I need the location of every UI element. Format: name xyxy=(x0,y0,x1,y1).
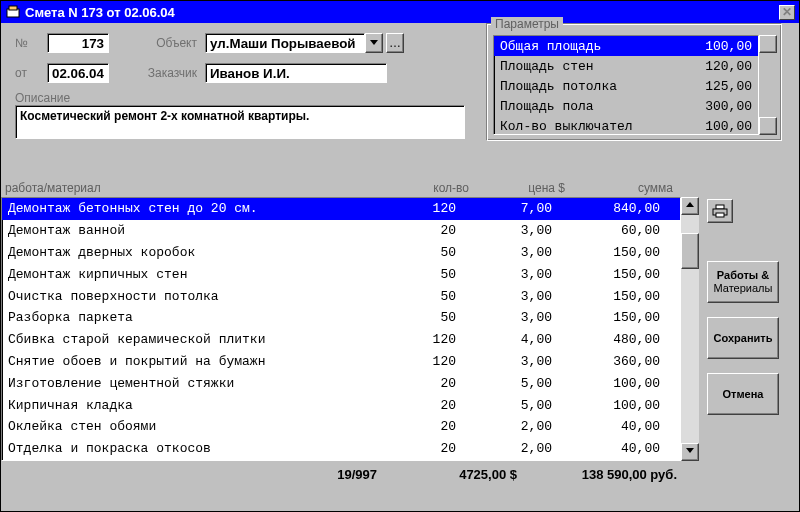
cell-qty: 120 xyxy=(376,332,456,347)
grid-scroll-up[interactable] xyxy=(681,197,699,215)
cell-work: Изготовление цементной стяжки xyxy=(8,376,376,391)
total-sum: 138 590,00 руб. xyxy=(517,467,677,482)
chevron-up-icon xyxy=(686,202,694,208)
cell-qty: 120 xyxy=(376,354,456,369)
cell-sum: 360,00 xyxy=(552,354,660,369)
cell-work: Разборка паркета xyxy=(8,310,376,325)
chevron-down-icon xyxy=(370,40,378,46)
works-grid[interactable]: Демонтаж бетонных стен до 20 см.1207,008… xyxy=(1,197,681,461)
col-sum: сумма xyxy=(565,181,673,195)
parameter-value: 125,00 xyxy=(682,79,752,94)
svg-rect-5 xyxy=(716,205,724,209)
table-row[interactable]: Демонтаж дверных коробок503,00150,00 xyxy=(2,242,680,264)
close-button[interactable]: ✕ xyxy=(779,5,795,20)
table-row[interactable]: Демонтаж кирпичных стен503,00150,00 xyxy=(2,263,680,285)
save-button[interactable]: Сохранить xyxy=(707,317,779,359)
cell-price: 3,00 xyxy=(456,289,552,304)
total-count: 19/997 xyxy=(1,467,377,482)
object-combo[interactable] xyxy=(205,33,365,53)
parameters-list[interactable]: Общая площадь100,00Площадь стен120,00Пло… xyxy=(493,35,759,135)
cell-price: 3,00 xyxy=(456,310,552,325)
parameter-row[interactable]: Площадь стен120,00 xyxy=(494,56,758,76)
description-text: Косметический ремонт 2-х комнатной кварт… xyxy=(20,109,309,123)
cell-work: Демонтаж дверных коробок xyxy=(8,245,376,260)
table-row[interactable]: Сбивка старой керамической плитки1204,00… xyxy=(2,329,680,351)
cell-sum: 60,00 xyxy=(552,223,660,238)
object-label: Объект xyxy=(117,36,197,50)
scroll-up-button[interactable] xyxy=(759,35,777,53)
parameter-value: 100,00 xyxy=(682,119,752,134)
svg-rect-7 xyxy=(716,213,724,217)
parameters-scrollbar[interactable] xyxy=(759,35,777,135)
date-input[interactable] xyxy=(47,63,109,83)
print-button[interactable] xyxy=(707,199,733,223)
grid-scroll-down[interactable] xyxy=(681,443,699,461)
cell-work: Демонтаж бетонных стен до 20 см. xyxy=(8,201,376,216)
description-input[interactable]: Косметический ремонт 2-х комнатной кварт… xyxy=(15,105,465,139)
grid-scrollbar[interactable] xyxy=(681,197,699,461)
cell-sum: 40,00 xyxy=(552,419,660,434)
totals-row: 19/997 4725,00 $ 138 590,00 руб. xyxy=(1,467,701,482)
cell-qty: 20 xyxy=(376,441,456,456)
table-row[interactable]: Демонтаж бетонных стен до 20 см.1207,008… xyxy=(2,198,680,220)
parameter-row[interactable]: Площадь пола300,00 xyxy=(494,96,758,116)
parameter-row[interactable]: Площадь потолка125,00 xyxy=(494,76,758,96)
svg-marker-4 xyxy=(686,448,694,453)
cell-price: 5,00 xyxy=(456,398,552,413)
cell-price: 3,00 xyxy=(456,354,552,369)
window-title: Смета N 173 от 02.06.04 xyxy=(25,5,779,20)
svg-rect-1 xyxy=(9,6,17,10)
col-qty: кол-во xyxy=(377,181,469,195)
cell-price: 3,00 xyxy=(456,245,552,260)
cell-qty: 20 xyxy=(376,398,456,413)
table-row[interactable]: Отделка и покраска откосов202,0040,00 xyxy=(2,438,680,460)
table-row[interactable]: Демонтаж ванной203,0060,00 xyxy=(2,220,680,242)
cell-work: Сбивка старой керамической плитки xyxy=(8,332,376,347)
chevron-down-icon xyxy=(686,448,694,454)
works-materials-button[interactable]: Работы & Материалы xyxy=(707,261,779,303)
table-row[interactable]: Кирпичная кладка205,00100,00 xyxy=(2,394,680,416)
col-price: цена $ xyxy=(469,181,565,195)
cell-qty: 50 xyxy=(376,245,456,260)
table-row[interactable]: Снятие обоев и покрытий на бумажн1203,00… xyxy=(2,351,680,373)
object-dropdown-button[interactable] xyxy=(365,33,383,53)
table-row[interactable]: Разборка паркета503,00150,00 xyxy=(2,307,680,329)
table-row[interactable]: Оклейка стен обоями202,0040,00 xyxy=(2,416,680,438)
cancel-button[interactable]: Отмена xyxy=(707,373,779,415)
printer-icon xyxy=(712,204,728,218)
cell-qty: 50 xyxy=(376,289,456,304)
grid-header: работа/материал кол-во цена $ сумма xyxy=(1,181,681,195)
parameter-name: Площадь стен xyxy=(500,59,682,74)
number-input[interactable] xyxy=(47,33,109,53)
cell-work: Снятие обоев и покрытий на бумажн xyxy=(8,354,376,369)
scroll-down-button[interactable] xyxy=(759,117,777,135)
grid-scroll-thumb[interactable] xyxy=(681,233,699,269)
cell-qty: 50 xyxy=(376,267,456,282)
app-icon xyxy=(5,4,21,20)
cell-qty: 50 xyxy=(376,310,456,325)
cell-work: Кирпичная кладка xyxy=(8,398,376,413)
cell-sum: 40,00 xyxy=(552,441,660,456)
parameter-row[interactable]: Кол-во выключател100,00 xyxy=(494,116,758,135)
cell-price: 7,00 xyxy=(456,201,552,216)
cell-qty: 120 xyxy=(376,201,456,216)
cell-sum: 840,00 xyxy=(552,201,660,216)
app-window: Смета N 173 от 02.06.04 ✕ № Объект … от … xyxy=(0,0,800,512)
cell-work: Демонтаж кирпичных стен xyxy=(8,267,376,282)
parameter-name: Кол-во выключател xyxy=(500,119,682,134)
object-browse-button[interactable]: … xyxy=(386,33,404,53)
cell-qty: 20 xyxy=(376,223,456,238)
customer-input[interactable] xyxy=(205,63,387,83)
parameters-title: Параметры xyxy=(491,17,563,31)
parameter-row[interactable]: Общая площадь100,00 xyxy=(494,36,758,56)
table-row[interactable]: Изготовление цементной стяжки205,00100,0… xyxy=(2,372,680,394)
cell-price: 4,00 xyxy=(456,332,552,347)
cell-sum: 150,00 xyxy=(552,310,660,325)
parameter-value: 120,00 xyxy=(682,59,752,74)
table-row[interactable]: Очистка поверхности потолка503,00150,00 xyxy=(2,285,680,307)
cell-price: 3,00 xyxy=(456,223,552,238)
cell-price: 3,00 xyxy=(456,267,552,282)
client-area: № Объект … от Заказчик Описание Косметич… xyxy=(1,23,799,511)
number-label: № xyxy=(15,36,39,50)
cell-qty: 20 xyxy=(376,419,456,434)
